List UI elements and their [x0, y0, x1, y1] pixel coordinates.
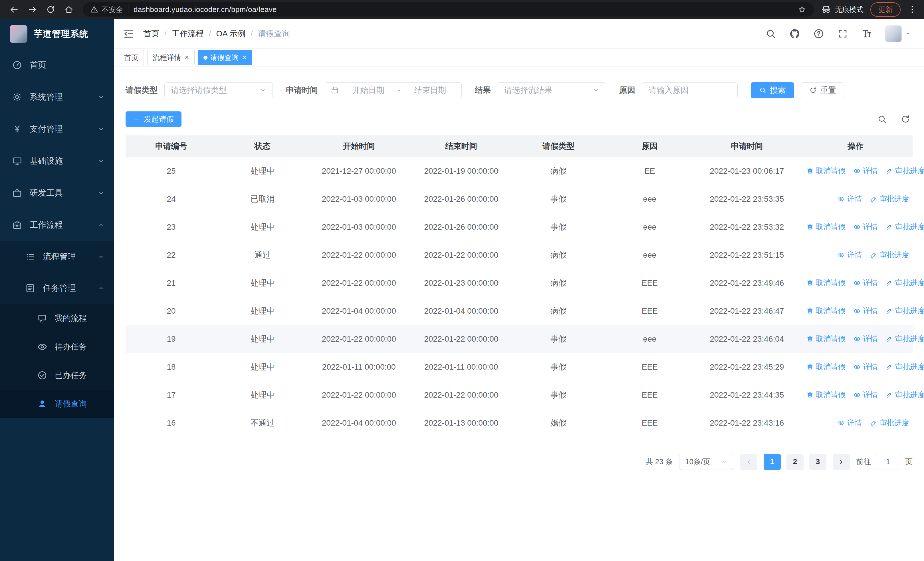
cancel-link[interactable]: 取消请假: [806, 390, 846, 400]
breadcrumb-item[interactable]: 首页: [143, 28, 159, 39]
sidebar-item-9[interactable]: 待办任务: [0, 332, 114, 361]
sidebar-item-6[interactable]: 流程管理: [0, 241, 114, 272]
detail-link[interactable]: 详情: [854, 362, 878, 372]
sidebar-item-4[interactable]: 研发工具: [0, 177, 114, 209]
progress-link[interactable]: 审批进度: [886, 362, 924, 372]
address-bar[interactable]: 不安全 dashboard.yudao.iocoder.cn/bpm/oa/le…: [83, 2, 814, 17]
progress-link[interactable]: 审批进度: [886, 334, 924, 344]
tab-首页[interactable]: 首页: [119, 50, 144, 65]
search-button-label: 搜索: [770, 85, 786, 96]
tab-流程详情[interactable]: 流程详情×: [147, 50, 195, 65]
close-icon[interactable]: ×: [242, 54, 247, 62]
page-button-3[interactable]: 3: [809, 454, 826, 470]
create-leave-button[interactable]: 发起请假: [126, 111, 182, 127]
sidebar-item-3[interactable]: 基础设施: [0, 145, 114, 177]
breadcrumb-item[interactable]: OA 示例: [216, 28, 246, 39]
browser-reload-button[interactable]: [44, 2, 58, 17]
tab-请假查询[interactable]: 请假查询×: [198, 50, 252, 65]
sidebar-item-2[interactable]: 支付管理: [0, 113, 114, 145]
chevron-down-icon: [98, 158, 105, 164]
reason-label: 原因: [619, 85, 635, 96]
page-size-select[interactable]: 10条/页: [679, 454, 734, 470]
browser-back-button[interactable]: [7, 2, 21, 17]
cell-id: 18: [126, 353, 217, 381]
eye-icon: [854, 307, 861, 314]
table-refresh-icon[interactable]: [901, 114, 910, 124]
sidebar-item-5[interactable]: 工作流程: [0, 209, 114, 241]
cell-actions: 详情审批进度: [798, 185, 913, 213]
detail-link[interactable]: 详情: [854, 222, 878, 232]
cancel-link[interactable]: 取消请假: [806, 222, 846, 232]
sidebar-item-0[interactable]: 首页: [0, 49, 114, 81]
bookmark-star-icon[interactable]: [798, 5, 806, 14]
browser-forward-button[interactable]: [25, 2, 39, 17]
reason-input[interactable]: [642, 82, 738, 98]
sidebar-collapse-icon[interactable]: [123, 28, 135, 40]
font-size-icon[interactable]: [861, 28, 872, 39]
sidebar-item-8[interactable]: 我的流程: [0, 304, 114, 332]
cell-status: 处理中: [217, 353, 308, 381]
cell-reason: EEE: [604, 269, 695, 297]
cancel-link[interactable]: 取消请假: [806, 166, 846, 176]
security-indicator[interactable]: 不安全: [90, 5, 123, 14]
sidebar-item-1[interactable]: 系统管理: [0, 81, 114, 113]
cell-applied: 2022-01-22 23:49:46: [695, 269, 798, 297]
page-content: 请假类型 请选择请假类型 申请时间 开始日期 - 结束日期: [114, 67, 924, 561]
detail-link[interactable]: 详情: [854, 390, 878, 400]
fullscreen-icon[interactable]: [837, 28, 848, 39]
sidebar-item-11[interactable]: 请假查询: [0, 390, 114, 418]
progress-link[interactable]: 审批进度: [870, 250, 909, 260]
detail-link[interactable]: 详情: [854, 166, 878, 176]
update-button[interactable]: 更新: [870, 2, 901, 17]
browser-home-button[interactable]: [62, 2, 76, 17]
prev-page-button[interactable]: [740, 454, 758, 470]
reset-button[interactable]: 重置: [801, 82, 844, 98]
result-label: 结果: [475, 85, 491, 96]
github-icon[interactable]: [789, 28, 800, 39]
plus-icon: [133, 116, 141, 123]
page-button-2[interactable]: 2: [786, 454, 804, 470]
eye-icon: [854, 335, 861, 343]
search-button[interactable]: 搜索: [751, 82, 794, 98]
next-page-button[interactable]: [832, 454, 850, 470]
progress-link[interactable]: 审批进度: [886, 390, 924, 400]
table-row: 22通过2022-01-22 00:00:002022-01-22 00:00:…: [126, 241, 913, 269]
progress-link[interactable]: 审批进度: [886, 222, 924, 232]
detail-link[interactable]: 详情: [838, 194, 862, 204]
progress-link[interactable]: 审批进度: [870, 418, 909, 428]
progress-link[interactable]: 审批进度: [870, 194, 909, 204]
detail-link[interactable]: 详情: [838, 418, 862, 428]
user-menu[interactable]: [885, 26, 912, 42]
cancel-link[interactable]: 取消请假: [806, 306, 846, 316]
progress-link[interactable]: 审批进度: [886, 166, 924, 176]
cancel-link[interactable]: 取消请假: [806, 334, 846, 344]
page-size-value: 10条/页: [685, 457, 710, 467]
page-button-1[interactable]: 1: [764, 454, 781, 470]
detail-link[interactable]: 详情: [838, 250, 862, 260]
table-search-toggle-icon[interactable]: [877, 114, 887, 124]
progress-link[interactable]: 审批进度: [886, 306, 924, 316]
date-range-picker[interactable]: 开始日期 - 结束日期: [325, 82, 462, 98]
detail-label: 详情: [863, 222, 878, 232]
help-icon[interactable]: [813, 28, 824, 39]
browser-menu-icon[interactable]: [908, 5, 917, 14]
detail-link[interactable]: 详情: [854, 306, 878, 316]
cancel-link[interactable]: 取消请假: [806, 278, 846, 288]
cancel-link[interactable]: 取消请假: [806, 362, 846, 372]
cancel-label: 取消请假: [816, 362, 846, 372]
close-icon[interactable]: ×: [184, 54, 189, 62]
cell-actions: 取消请假详情审批进度: [798, 297, 913, 325]
detail-link[interactable]: 详情: [854, 334, 878, 344]
goto-page: 前往 页: [856, 454, 913, 470]
header-search-icon[interactable]: [765, 28, 776, 39]
result-select[interactable]: 请选择流结果: [498, 82, 606, 98]
goto-page-input[interactable]: [875, 454, 901, 470]
leave-type-select[interactable]: 请选择请假类型: [164, 82, 273, 98]
progress-link[interactable]: 审批进度: [886, 278, 924, 288]
delete-icon: [806, 391, 814, 399]
detail-link[interactable]: 详情: [854, 278, 878, 288]
chevron-down-icon: [98, 190, 105, 197]
sidebar-item-7[interactable]: 任务管理: [0, 272, 114, 304]
sidebar-item-10[interactable]: 已办任务: [0, 361, 114, 390]
breadcrumb-item[interactable]: 工作流程: [172, 28, 204, 39]
